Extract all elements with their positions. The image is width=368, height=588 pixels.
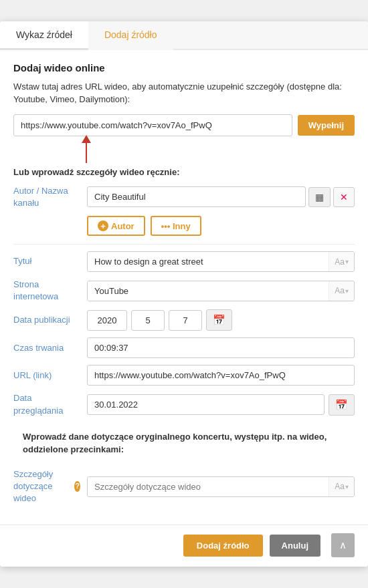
url-link-label: URL (link) — [13, 370, 87, 382]
details-label: Szczegóły dotyczące wideo ? — [13, 468, 87, 505]
title-aa-label: Aa ▾ — [329, 252, 354, 271]
tab-dodaj-label: Dodaj źródło — [104, 29, 157, 40]
date-fields: 📅 — [87, 309, 355, 331]
footer-buttons: Dodaj źródło Anuluj ∧ — [0, 525, 368, 567]
author-button[interactable]: + Autor — [87, 216, 145, 236]
website-input[interactable] — [88, 281, 329, 301]
duration-row: Czas trwania — [13, 337, 355, 358]
red-arrow-head — [82, 135, 91, 143]
viewdate-row: Data przeglądania 📅 — [13, 392, 355, 416]
help-icon[interactable]: ? — [74, 481, 80, 492]
red-arrow-shaft — [86, 142, 87, 163]
pubdate-label: Data publikacji — [13, 314, 87, 326]
tab-bar: Wykaz źródeł Dodaj źródło — [0, 21, 368, 50]
author-row: Autor / Nazwa kanału ▦ ✕ — [13, 185, 355, 209]
website-label: Strona internetowa — [13, 279, 87, 303]
calendar-icon: 📅 — [213, 314, 225, 325]
title-row: Tytuł Aa ▾ — [13, 251, 355, 272]
manual-label: Lub wprowadź szczegóły wideo ręcznie: — [13, 167, 355, 177]
title-aa-arrow: ▾ — [345, 258, 349, 265]
url-field-row: URL (link) — [13, 365, 355, 386]
viewdate-fields: 📅 — [87, 394, 355, 416]
website-row: Strona internetowa Aa ▾ — [13, 279, 355, 303]
details-aa-arrow: ▾ — [345, 483, 349, 490]
other-btn-label: Inny — [173, 221, 191, 231]
url-row: Wypełnij — [13, 114, 355, 136]
viewdate-label: Data przeglądania — [13, 392, 87, 416]
website-input-group: Aa ▾ — [87, 281, 355, 301]
description-text: Wstaw tutaj adres URL wideo, aby automat… — [13, 80, 355, 106]
close-icon-btn[interactable]: ✕ — [333, 187, 355, 207]
duration-label: Czas trwania — [13, 342, 87, 354]
form-content: Dodaj wideo online Wstaw tutaj adres URL… — [0, 50, 368, 525]
section-title: Dodaj wideo online — [13, 62, 355, 74]
calendar-button[interactable]: 📅 — [206, 309, 232, 331]
month-input[interactable] — [131, 310, 165, 331]
author-input[interactable] — [87, 186, 306, 207]
url-field-input[interactable] — [87, 365, 355, 386]
duration-input[interactable] — [87, 337, 355, 358]
details-input[interactable] — [88, 477, 329, 496]
title-label: Tytuł — [13, 255, 87, 267]
modal-container: Wykaz źródeł Dodaj źródło Dodaj wideo on… — [0, 21, 368, 567]
note-box: Wprowadź dane dotyczące oryginalnego kon… — [13, 424, 355, 463]
title-input[interactable] — [88, 252, 329, 271]
website-aa-label: Aa ▾ — [329, 281, 354, 301]
note-text: Wprowadź dane dotyczące oryginalnego kon… — [23, 432, 327, 455]
year-input[interactable] — [87, 310, 127, 331]
author-input-group: ▦ ✕ — [87, 186, 355, 207]
grid-icon-btn[interactable]: ▦ — [308, 187, 331, 207]
author-btns-row: + Autor ••• Inny — [87, 216, 355, 236]
plus-icon: + — [98, 220, 108, 231]
scroll-up-icon: ∧ — [339, 539, 347, 551]
cancel-button[interactable]: Anuluj — [270, 535, 320, 557]
close-icon: ✕ — [340, 192, 348, 202]
details-row: Szczegóły dotyczące wideo ? Aa ▾ — [13, 468, 355, 505]
details-aa-label: Aa ▾ — [329, 477, 354, 496]
other-button[interactable]: ••• Inny — [151, 216, 201, 236]
divider — [13, 244, 355, 245]
author-label: Autor / Nazwa kanału — [13, 185, 87, 209]
tab-wykaz-label: Wykaz źródeł — [16, 29, 72, 40]
title-input-group: Aa ▾ — [87, 251, 355, 272]
add-source-button[interactable]: Dodaj źródło — [183, 535, 263, 557]
url-input[interactable] — [13, 114, 292, 136]
tab-wykaz[interactable]: Wykaz źródeł — [0, 21, 88, 50]
arrow-spacer — [13, 147, 355, 167]
viewdate-calendar-button[interactable]: 📅 — [329, 394, 355, 416]
grid-icon: ▦ — [315, 192, 324, 202]
url-wrapper: Wypełnij — [13, 114, 355, 136]
website-aa-arrow: ▾ — [345, 287, 349, 295]
author-btn-label: Autor — [111, 221, 134, 231]
tab-dodaj[interactable]: Dodaj źródło — [88, 21, 173, 50]
fill-button[interactable]: Wypełnij — [298, 115, 355, 136]
scroll-top-button[interactable]: ∧ — [331, 533, 355, 557]
dots-icon: ••• — [161, 221, 171, 231]
details-input-group: Aa ▾ — [87, 476, 355, 497]
date-row: Data publikacji 📅 — [13, 309, 355, 331]
viewdate-input[interactable] — [87, 394, 325, 415]
viewdate-calendar-icon: 📅 — [335, 399, 348, 410]
day-input[interactable] — [169, 310, 202, 331]
